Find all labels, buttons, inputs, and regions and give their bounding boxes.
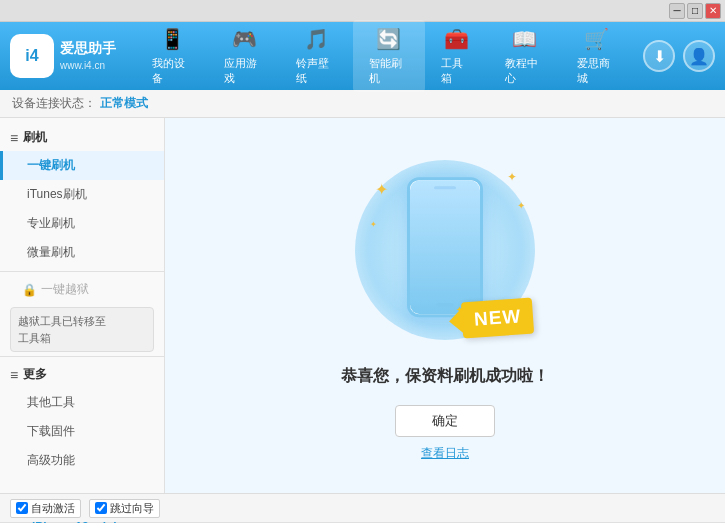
nav-store[interactable]: 🛒 爱思商城 — [561, 20, 633, 92]
auto-activate-checkbox[interactable]: 自动激活 — [10, 499, 81, 518]
sidebar-divider-2 — [0, 356, 164, 357]
sidebar-item-download-firmware[interactable]: 下载固件 — [0, 417, 164, 446]
sidebar-item-other-tools[interactable]: 其他工具 — [0, 388, 164, 417]
smart-flash-icon: 🔄 — [376, 26, 402, 52]
toolbox-icon: 🧰 — [444, 26, 470, 52]
flash-section-icon: ≡ — [10, 130, 18, 146]
sidebar-section-more: ≡ 更多 — [0, 361, 164, 388]
sparkle-icon-4: ✦ — [370, 220, 377, 229]
minimize-button[interactable]: ─ — [669, 3, 685, 19]
sidebar-item-one-click-flash[interactable]: 一键刷机 — [0, 151, 164, 180]
maximize-button[interactable]: □ — [687, 3, 703, 19]
status-bar: 设备连接状态： 正常模式 — [0, 90, 725, 118]
nav-ringtones[interactable]: 🎵 铃声壁纸 — [280, 20, 352, 92]
ringtones-icon: 🎵 — [303, 26, 329, 52]
sidebar-notice: 越狱工具已转移至 工具箱 — [10, 307, 154, 352]
nav-apps-games[interactable]: 🎮 应用游戏 — [208, 20, 280, 92]
my-device-icon: 📱 — [159, 26, 185, 52]
logo-icon: i4 — [10, 34, 54, 78]
success-illustration: ✦ ✦ ✦ ✦ NEW ✦ — [355, 150, 535, 350]
logo[interactable]: i4 爱思助手 www.i4.cn — [10, 34, 116, 78]
download-button[interactable]: ⬇ — [643, 40, 675, 72]
title-bar: ─ □ ✕ — [0, 0, 725, 22]
lock-icon: 🔒 — [22, 283, 37, 297]
sidebar-section-flash: ≡ 刷机 — [0, 124, 164, 151]
confirm-button[interactable]: 确定 — [395, 405, 495, 437]
header: i4 爱思助手 www.i4.cn 📱 我的设备 🎮 应用游戏 🎵 铃声壁纸 🔄… — [0, 22, 725, 90]
view-log-link[interactable]: 查看日志 — [421, 445, 469, 462]
status-value: 正常模式 — [100, 95, 148, 112]
sparkle-icon-3: ✦ — [517, 200, 525, 211]
sidebar-item-itunes-flash[interactable]: iTunes刷机 — [0, 180, 164, 209]
sidebar-item-pro-flash[interactable]: 专业刷机 — [0, 209, 164, 238]
apps-games-icon: 🎮 — [231, 26, 257, 52]
nav-toolbox[interactable]: 🧰 工具箱 — [425, 20, 489, 92]
content-area: ✦ ✦ ✦ ✦ NEW ✦ 恭喜您，保资料刷机成功啦！ 确定 查看日志 — [165, 118, 725, 493]
sparkle-icon-2: ✦ — [507, 170, 517, 184]
success-message: 恭喜您，保资料刷机成功啦！ — [341, 366, 549, 387]
more-section-icon: ≡ — [10, 367, 18, 383]
logo-text: 爱思助手 www.i4.cn — [60, 39, 116, 73]
sidebar-item-advanced[interactable]: 高级功能 — [0, 446, 164, 475]
bottom-top-row: 自动激活 跳过向导 — [0, 494, 725, 523]
new-ribbon: NEW ✦ — [461, 297, 535, 338]
bottom-section: 自动激活 跳过向导 iPhone 12 mini 64GB Down-12min… — [0, 493, 725, 523]
sidebar-jailbreak-disabled: 🔒 一键越狱 — [0, 276, 164, 303]
nav-bar: 📱 我的设备 🎮 应用游戏 🎵 铃声壁纸 🔄 智能刷机 🧰 工具箱 📖 教程中心… — [136, 20, 633, 92]
sidebar: ≡ 刷机 一键刷机 iTunes刷机 专业刷机 微量刷机 🔒 一键越狱 越狱工具… — [0, 118, 165, 493]
nav-right: ⬇ 👤 — [643, 40, 715, 72]
tutorial-icon: 📖 — [512, 26, 538, 52]
sidebar-divider-1 — [0, 271, 164, 272]
skip-wizard-checkbox[interactable]: 跳过向导 — [89, 499, 160, 518]
user-button[interactable]: 👤 — [683, 40, 715, 72]
nav-my-device[interactable]: 📱 我的设备 — [136, 20, 208, 92]
status-label: 设备连接状态： — [12, 95, 96, 112]
close-button[interactable]: ✕ — [705, 3, 721, 19]
phone-body — [407, 177, 483, 317]
nav-tutorial[interactable]: 📖 教程中心 — [489, 20, 561, 92]
main-layout: ≡ 刷机 一键刷机 iTunes刷机 专业刷机 微量刷机 🔒 一键越狱 越狱工具… — [0, 118, 725, 493]
nav-smart-flash[interactable]: 🔄 智能刷机 — [353, 20, 425, 92]
sidebar-item-micro-flash[interactable]: 微量刷机 — [0, 238, 164, 267]
sparkle-icon: ✦ — [375, 180, 388, 199]
store-icon: 🛒 — [584, 26, 610, 52]
